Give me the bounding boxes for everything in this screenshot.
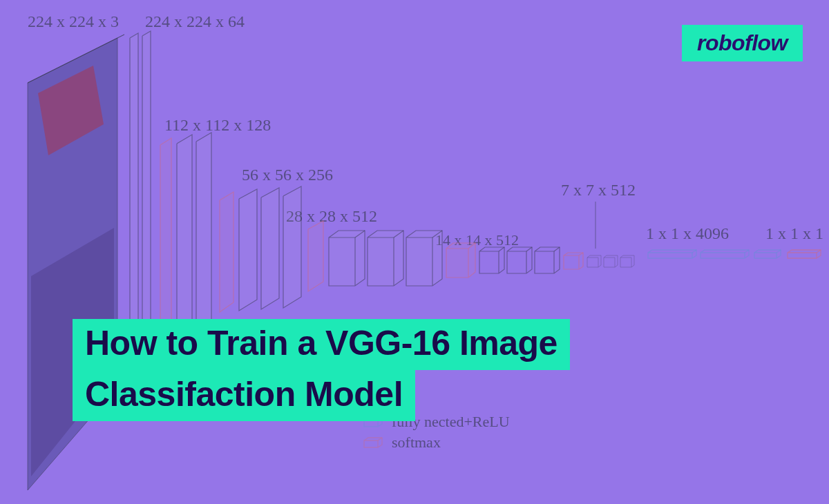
brand-badge: roboflow — [682, 25, 803, 61]
svg-marker-12 — [283, 186, 301, 308]
fc-layers — [648, 250, 821, 258]
svg-marker-17 — [368, 231, 403, 238]
svg-marker-7 — [177, 135, 192, 337]
layer-label-conv3: 56 x 56 x 256 — [242, 166, 333, 184]
svg-marker-21 — [406, 238, 432, 286]
svg-marker-11 — [261, 188, 279, 309]
svg-marker-18 — [368, 238, 394, 286]
svg-marker-2 — [38, 66, 104, 155]
layer-label-input: 224 x 224 x 3 — [28, 12, 119, 31]
svg-marker-0 — [28, 38, 117, 490]
svg-marker-6 — [160, 138, 171, 340]
svg-marker-10 — [239, 189, 257, 311]
svg-marker-8 — [196, 133, 211, 334]
page-title: How to Train a VGG-16 Image Classifactio… — [73, 319, 570, 421]
layer-label-conv5: 14 x 14 x 512 — [435, 231, 519, 249]
layer-label-fc1: 1 x 1 x 4096 — [646, 224, 729, 243]
svg-marker-15 — [329, 238, 355, 286]
input-image-slab — [28, 35, 124, 490]
svg-marker-9 — [220, 192, 234, 312]
conv-block-3 — [239, 186, 323, 311]
layer-label-fc2: 1 x 1 x 1 — [765, 224, 823, 243]
svg-marker-3 — [28, 35, 124, 83]
svg-marker-19 — [394, 231, 403, 286]
title-line-1: How to Train a VGG-16 Image — [73, 319, 570, 370]
layer-label-conv6: 7 x 7 x 512 — [561, 181, 636, 200]
conv-block-2 — [177, 133, 234, 337]
svg-marker-24 — [446, 249, 468, 278]
svg-marker-14 — [329, 231, 365, 238]
legend-label-softmax: softmax — [392, 434, 441, 452]
svg-marker-13 — [308, 221, 323, 291]
conv-block-5 — [479, 247, 583, 273]
legend-cube-icon-red — [363, 436, 385, 449]
svg-marker-16 — [355, 231, 365, 286]
legend-row-softmax: softmax — [363, 434, 510, 452]
title-line-2: Classifaction Model — [73, 370, 415, 421]
layer-label-conv1: 224 x 224 x 64 — [145, 12, 245, 31]
conv-block-6 — [587, 255, 634, 267]
layer-label-conv2: 112 x 112 x 128 — [164, 116, 271, 135]
layer-label-conv4: 28 x 28 x 512 — [286, 207, 377, 226]
